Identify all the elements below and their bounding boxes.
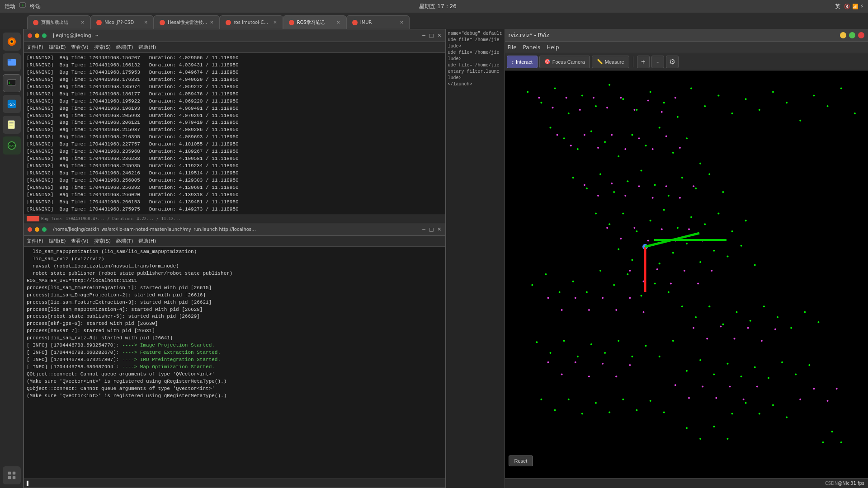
terminal-menu-edit-1[interactable]: 编辑(E) (49, 44, 66, 51)
svg-text:RViz: RViz (9, 145, 14, 148)
terminal-menu-view-2[interactable]: 查看(V) (71, 238, 88, 244)
progress-bar-1 (27, 216, 39, 221)
taskbar-firefox[interactable] (3, 33, 21, 51)
focus-camera-label: Focus Camera (552, 59, 585, 65)
rviz-menu-panels[interactable]: Panels (523, 44, 541, 51)
tab-close-6[interactable]: ✕ (400, 20, 403, 25)
tab-label-3: Hesai微光雷达技... (168, 19, 207, 26)
terminal-menu-help-1[interactable]: 帮助(H) (138, 44, 156, 51)
tab-bar: 页面加载出错 ✕ Nico_J??-CSD ✕ Hesai微光雷达技... ✕ … (0, 13, 868, 29)
taskbar: $_ </> RViz (0, 29, 24, 488)
tab-close-5[interactable]: ✕ (336, 20, 340, 25)
tab-favicon-4 (226, 20, 231, 25)
zoom-out-icon: - (656, 58, 659, 66)
rviz-menu-help[interactable]: Help (547, 44, 559, 51)
rviz-menu-file[interactable]: File (508, 44, 517, 51)
terminal-maximize-dot-1[interactable] (42, 33, 47, 38)
taskbar-filemanager[interactable] (3, 53, 21, 71)
terminal-max-btn-1[interactable]: □ (429, 33, 434, 38)
terminal-close-dot-1[interactable] (28, 33, 32, 38)
measure-btn[interactable]: 📏 Measure (592, 56, 629, 68)
browser-tab-3[interactable]: Hesai微光雷达技... ✕ (154, 15, 220, 29)
terminal-menu-search-1[interactable]: 搜索(S) (94, 44, 111, 51)
browser-tab-2[interactable]: Nico_J??-CSD ✕ (90, 15, 154, 29)
taskbar-vscode[interactable]: </> (3, 95, 21, 113)
interact-icon: ↕ (512, 59, 514, 65)
terminal-min-btn-1[interactable]: ─ (422, 33, 425, 38)
svg-rect-17 (8, 472, 10, 474)
zoom-in-btn[interactable]: + (637, 56, 650, 68)
reset-button[interactable]: Reset (509, 455, 533, 466)
terminal-bottom-bar-1: Bag Time: 1704431968.47... / Duration: 4… (24, 214, 445, 223)
interact-tool-btn[interactable]: ↕ Interact (507, 56, 538, 68)
terminal-menu-search-2[interactable]: 搜索(S) (94, 238, 111, 244)
svg-point-4 (10, 40, 13, 43)
tab-close-3[interactable]: ✕ (210, 20, 213, 25)
svg-text:_$: _$ (20, 4, 24, 7)
tab-close-1[interactable]: ✕ (81, 20, 85, 25)
focus-camera-btn[interactable]: 🎯 Focus Camera (539, 56, 590, 68)
tab-label-4: ros imutool-C... (234, 20, 268, 25)
terminal-cursor-2: ▋ (27, 481, 29, 486)
taskbar-rviz[interactable]: RViz (3, 136, 21, 155)
terminal-titlebar-1: jieqing@jieqing: ~ ─ □ ✕ (24, 29, 445, 42)
terminal-menu-help-2[interactable]: 帮助(H) (138, 238, 156, 244)
activities-label[interactable]: 活动 (5, 3, 15, 10)
terminal-menu-file-1[interactable]: 文件(F) (27, 44, 43, 51)
taskbar-appgrid[interactable] (3, 466, 21, 484)
tab-favicon-5 (289, 20, 294, 25)
robot-markers (505, 70, 868, 478)
tab-label-1: 页面加载出错 (41, 19, 68, 26)
zoom-out-btn[interactable]: - (651, 56, 664, 68)
terminal-app-label[interactable]: _$ (19, 2, 26, 11)
terminal-menu-terminal-1[interactable]: 终端(T) (116, 44, 133, 51)
terminal-close-btn-1[interactable]: ✕ (437, 33, 441, 38)
terminal-status-1: Bag Time: 1704431968.47... / Duration: 4… (41, 216, 181, 221)
main-layout: $_ </> RViz jieqing@jieqing: ~ (0, 29, 868, 488)
clock-label: 星期五 17：26 (419, 3, 456, 10)
svg-text:</>: </> (8, 102, 15, 107)
terminal-maximize-dot-2[interactable] (42, 227, 47, 232)
svg-rect-18 (12, 472, 15, 474)
svg-text:$_: $_ (8, 81, 12, 84)
taskbar-terminal[interactable]: $_ (3, 74, 21, 92)
rviz-close-btn[interactable] (858, 32, 864, 38)
tab-close-4[interactable]: ✕ (273, 20, 277, 25)
app-name-label: 终端 (30, 3, 41, 10)
terminal-title-2: /home/jieqing/catkin_ws/src/lio-sam-note… (53, 227, 256, 232)
browser-tab-1[interactable]: 页面加载出错 ✕ (27, 15, 90, 29)
terminal-menubar-1: 文件(F) 编辑(E) 查看(V) 搜索(S) 终端(T) 帮助(H) (24, 42, 445, 53)
rviz-menubar: File Panels Help (505, 42, 868, 53)
terminal-minimize-dot-2[interactable] (35, 227, 39, 232)
rviz-viewport[interactable]: Reset (505, 70, 868, 478)
settings-btn[interactable]: ⚙ (666, 56, 679, 68)
taskbar-notes[interactable] (3, 116, 21, 134)
terminal-min-btn-2[interactable]: ─ (422, 226, 425, 232)
center-panel: jieqing@jieqing: ~ ─ □ ✕ 文件(F) 编辑(E) 查看(… (24, 29, 446, 488)
lang-label[interactable]: 英 (835, 3, 840, 10)
rviz-toolbar: ↕ Interact 🎯 Focus Camera 📏 Measure + (505, 53, 868, 70)
tab-favicon-6 (352, 20, 358, 25)
settings-icon: ⚙ (669, 57, 675, 66)
terminal-close-btn-2[interactable]: ✕ (437, 226, 441, 232)
terminal-max-btn-2[interactable]: □ (429, 226, 434, 232)
rviz-maximize-btn[interactable] (849, 32, 855, 38)
tab-close-2[interactable]: ✕ (144, 20, 148, 25)
terminal-menu-terminal-2[interactable]: 终端(T) (116, 238, 133, 244)
measure-label: Measure (605, 59, 624, 65)
system-bar-left: 活动 _$ 终端 (5, 2, 41, 11)
browser-tab-5[interactable]: ROS学习笔记 ✕ (283, 15, 346, 29)
browser-tab-6[interactable]: IMUR ✕ (346, 15, 410, 29)
terminal-menu-file-2[interactable]: 文件(F) (27, 238, 43, 244)
terminal-content-2: lio_sam_mapOptmization (lio_sam/lio_sam_… (24, 247, 445, 479)
browser-tab-4[interactable]: ros imutool-C... ✕ (220, 15, 283, 29)
terminal-menu-view-1[interactable]: 查看(V) (71, 44, 88, 51)
rviz-minimize-btn[interactable] (840, 32, 846, 38)
terminal-close-dot-2[interactable] (28, 227, 32, 232)
rviz-title: rviz.rviz* - RViz (509, 32, 549, 38)
svg-rect-11 (8, 121, 14, 129)
tab-label-6: IMUR (360, 20, 372, 25)
terminal-minimize-dot-1[interactable] (35, 33, 39, 38)
system-bar-right: 英 🔇 📶 ⚡ (835, 3, 863, 10)
terminal-menu-edit-2[interactable]: 编辑(E) (49, 238, 66, 244)
